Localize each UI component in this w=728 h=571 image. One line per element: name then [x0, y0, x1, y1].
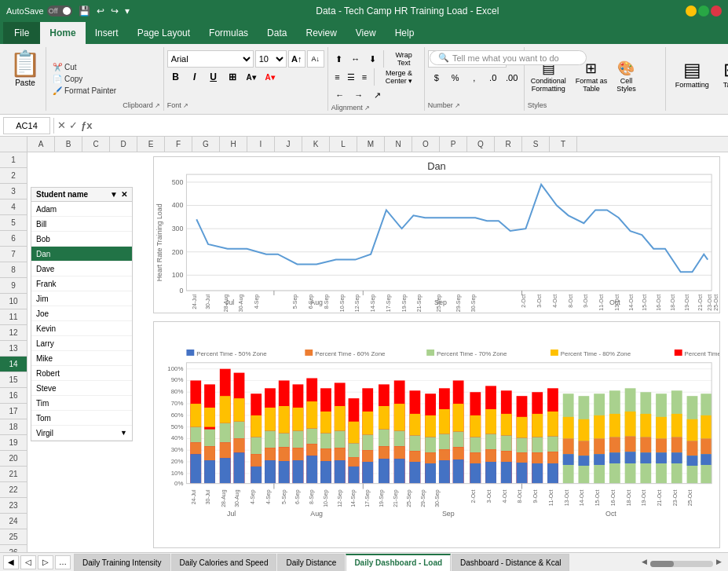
alignment-group-label[interactable]: Alignment ↗: [331, 104, 421, 113]
tab-scroll-left2-btn[interactable]: ◁: [20, 555, 36, 569]
scrollbar-track[interactable]: [650, 561, 713, 567]
styles-group-label[interactable]: Styles: [528, 101, 662, 111]
formula-input[interactable]: [95, 117, 725, 134]
student-tom[interactable]: Tom: [31, 411, 132, 426]
tab-home[interactable]: Home: [40, 22, 85, 44]
student-bill[interactable]: Bill: [31, 217, 132, 232]
row-18[interactable]: 18: [0, 419, 27, 435]
row-20[interactable]: 20: [0, 451, 27, 467]
close-btn[interactable]: [711, 5, 722, 16]
tab-more-btn[interactable]: …: [55, 555, 71, 569]
clipboard-label[interactable]: Clipboard ↗: [123, 101, 160, 111]
border-btn[interactable]: ⊞: [224, 68, 241, 86]
col-header-r[interactable]: R: [495, 137, 522, 152]
col-header-d[interactable]: D: [110, 137, 137, 152]
col-header-l[interactable]: L: [330, 137, 357, 152]
horizontal-scroll-left[interactable]: ◀: [642, 558, 647, 567]
comma-btn[interactable]: ,: [466, 69, 483, 86]
currency-btn[interactable]: $: [428, 69, 445, 86]
underline-btn[interactable]: U: [205, 68, 222, 86]
indent-decrease-btn[interactable]: ←: [331, 86, 349, 104]
row-6[interactable]: 6: [0, 231, 27, 247]
row-16[interactable]: 16: [0, 388, 27, 404]
row-2[interactable]: 2: [0, 168, 27, 184]
row-3[interactable]: 3: [0, 184, 27, 199]
save-icon[interactable]: 💾: [79, 5, 90, 16]
undo-icon[interactable]: ↩: [97, 5, 104, 16]
col-header-b[interactable]: B: [55, 137, 82, 152]
wrap-text-btn[interactable]: Wrap Text: [387, 50, 421, 68]
student-joe[interactable]: Joe: [31, 306, 132, 321]
tab-daily-training[interactable]: Daily Training Intensity: [74, 554, 170, 571]
col-header-c[interactable]: C: [82, 137, 110, 152]
student-adam[interactable]: Adam: [31, 202, 132, 217]
row-17[interactable]: 17: [0, 404, 27, 419]
row-11[interactable]: 11: [0, 309, 27, 325]
col-header-h[interactable]: H: [220, 137, 247, 152]
row-8[interactable]: 8: [0, 262, 27, 278]
increase-font-btn[interactable]: A↑: [288, 50, 305, 68]
row-1[interactable]: 1: [0, 152, 27, 168]
tell-me-bar[interactable]: 🔍 Tell me what you want to do: [430, 50, 587, 65]
tab-scroll-left-btn[interactable]: ◀: [3, 555, 19, 569]
insert-function-icon[interactable]: ƒx: [81, 119, 92, 131]
merge-center-btn[interactable]: Merge & Center ▾: [377, 68, 420, 86]
row-12[interactable]: 12: [0, 325, 27, 341]
cut-btn[interactable]: ✂️ Cut: [49, 62, 119, 72]
row-23[interactable]: 23: [0, 498, 27, 514]
confirm-formula-icon[interactable]: ✓: [69, 119, 78, 131]
col-header-q[interactable]: Q: [467, 137, 495, 152]
font-size-select[interactable]: 10: [255, 50, 287, 68]
tab-insert[interactable]: Insert: [86, 22, 128, 44]
col-header-k[interactable]: K: [302, 137, 330, 152]
row-10[interactable]: 10: [0, 294, 27, 309]
font-name-select[interactable]: Arial: [167, 50, 254, 68]
number-group-label[interactable]: Number ↗: [428, 101, 521, 111]
orientation-btn[interactable]: ↗: [369, 86, 386, 104]
autosave-toggle[interactable]: Off: [47, 5, 72, 16]
col-header-i[interactable]: I: [247, 137, 275, 152]
tab-help[interactable]: Help: [386, 22, 424, 44]
horizontal-scroll-right[interactable]: ▶: [716, 558, 722, 567]
row-4[interactable]: 4: [0, 199, 27, 215]
middle-align-btn[interactable]: ↔: [348, 50, 363, 68]
student-dan[interactable]: Dan: [31, 247, 132, 262]
cells-area[interactable]: Student name ▼ ✕ Adam Bill Bob Dan Dave …: [27, 152, 728, 552]
row-21[interactable]: 21: [0, 467, 27, 482]
copy-btn[interactable]: 📄 Copy: [49, 74, 119, 84]
decrease-font-btn[interactable]: A↓: [307, 50, 324, 68]
right-align-btn[interactable]: ≡: [358, 68, 370, 86]
cell-reference-input[interactable]: [3, 117, 50, 134]
col-header-s[interactable]: S: [522, 137, 550, 152]
col-header-j[interactable]: J: [275, 137, 302, 152]
minimize-btn[interactable]: [686, 5, 697, 16]
cancel-formula-icon[interactable]: ✕: [57, 119, 66, 131]
decrease-decimal-btn[interactable]: .0: [485, 69, 502, 86]
tab-daily-calories[interactable]: Daily Calories and Speed: [171, 554, 277, 571]
row-5[interactable]: 5: [0, 215, 27, 231]
table-btn[interactable]: ⊞ Table: [717, 50, 728, 97]
italic-btn[interactable]: I: [186, 68, 203, 86]
student-frank[interactable]: Frank: [31, 276, 132, 291]
tab-view[interactable]: View: [346, 22, 386, 44]
cell-styles-btn[interactable]: 🎨 CellStyles: [613, 58, 639, 94]
student-robert[interactable]: Robert: [31, 366, 132, 381]
student-kevin[interactable]: Kevin: [31, 321, 132, 336]
row-14[interactable]: 14: [0, 357, 27, 372]
row-24[interactable]: 24: [0, 514, 27, 529]
col-header-o[interactable]: O: [412, 137, 440, 152]
center-align-btn[interactable]: ☰: [345, 68, 357, 86]
bold-btn[interactable]: B: [167, 68, 185, 86]
tab-daily-distance[interactable]: Daily Distance: [277, 554, 345, 571]
row-19[interactable]: 19: [0, 435, 27, 451]
col-header-p[interactable]: P: [440, 137, 467, 152]
col-header-e[interactable]: E: [137, 137, 165, 152]
tab-data[interactable]: Data: [258, 22, 296, 44]
row-13[interactable]: 13: [0, 341, 27, 357]
font-group-label[interactable]: Font ↗: [167, 101, 324, 111]
font-color-btn[interactable]: A▾: [262, 68, 279, 86]
redo-icon[interactable]: ↪: [111, 5, 119, 16]
col-header-g[interactable]: G: [192, 137, 220, 152]
col-header-f[interactable]: F: [165, 137, 192, 152]
tab-dashboard-distance[interactable]: Dashboard - Distance & Kcal: [452, 554, 569, 571]
